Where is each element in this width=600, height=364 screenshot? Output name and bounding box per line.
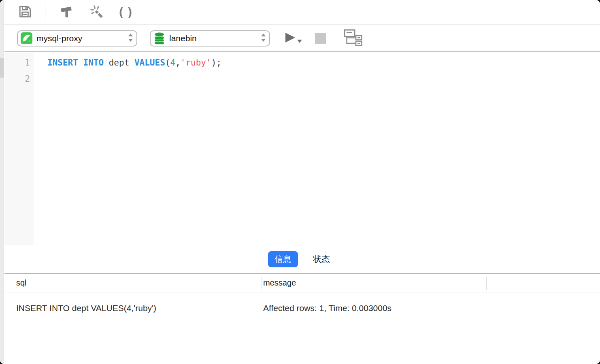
connection-value: mysql-proxy (36, 34, 128, 43)
left-splitter[interactable] (0, 0, 4, 364)
column-divider[interactable] (486, 277, 487, 290)
sql-punct: , (175, 58, 181, 68)
stop-button (315, 33, 326, 44)
database-cylinder-icon (153, 32, 165, 44)
database-value: lanebin (169, 34, 261, 43)
format-sql-button[interactable] (59, 4, 74, 20)
database-select[interactable]: lanebin (150, 30, 270, 47)
beautify-button[interactable] (88, 4, 104, 21)
sql-keyword: INSERT INTO (47, 58, 104, 68)
stepper-icon (261, 33, 266, 44)
column-header-message[interactable]: message (263, 274, 296, 292)
line-number-gutter: 1 2 (4, 53, 34, 245)
table-row[interactable]: INSERT INTO dept VALUES(4,'ruby') Affect… (4, 293, 600, 324)
splitter-handle[interactable] (0, 58, 4, 78)
line-number: 2 (4, 71, 34, 87)
line-number: 1 (4, 55, 34, 71)
result-grid-header: sql message (4, 273, 600, 292)
run-button[interactable] (283, 32, 296, 45)
result-tabbar: 信息 状态 (4, 245, 600, 273)
connection-select[interactable]: mysql-proxy (17, 30, 137, 47)
explain-plan-button[interactable] (344, 29, 362, 47)
play-icon (283, 32, 296, 45)
app-window: () mysql-proxy (0, 0, 600, 364)
sql-punct: ( (165, 58, 170, 68)
stepper-icon (128, 33, 133, 44)
code-snippet-button[interactable]: () (117, 5, 135, 19)
sql-editor[interactable]: 1 2 INSERT INTO dept VALUES(4,'ruby'); (4, 53, 600, 245)
sql-keyword: VALUES (134, 58, 165, 68)
sql-string: 'ruby' (181, 58, 211, 68)
toolbar-divider (45, 4, 45, 20)
column-divider[interactable] (262, 277, 262, 290)
cell-sql: INSERT INTO dept VALUES(4,'ruby') (16, 293, 156, 324)
code-line-1: INSERT INTO dept VALUES(4,'ruby'); (47, 55, 600, 71)
main-toolbar: () (4, 0, 600, 25)
sql-punct: ); (211, 58, 221, 68)
sql-number: 4 (170, 58, 175, 68)
cell-message: Affected rows: 1, Time: 0.003000s (263, 293, 391, 324)
column-header-sql[interactable]: sql (16, 274, 27, 292)
save-icon (18, 4, 32, 20)
tab-info[interactable]: 信息 (268, 251, 298, 267)
magic-wand-icon (88, 4, 104, 21)
hammer-icon (59, 4, 74, 20)
explain-plan-icon (344, 29, 362, 47)
code-brackets-icon: () (117, 5, 135, 19)
tab-status[interactable]: 状态 (306, 251, 336, 267)
query-toolbar: mysql-proxy lanebin (4, 25, 600, 52)
save-button[interactable] (18, 4, 32, 20)
sql-identifier: dept (104, 58, 134, 68)
run-dropdown-caret-icon[interactable] (297, 38, 302, 44)
mysql-icon (21, 32, 32, 44)
code-area[interactable]: INSERT INTO dept VALUES(4,'ruby'); (34, 53, 600, 245)
